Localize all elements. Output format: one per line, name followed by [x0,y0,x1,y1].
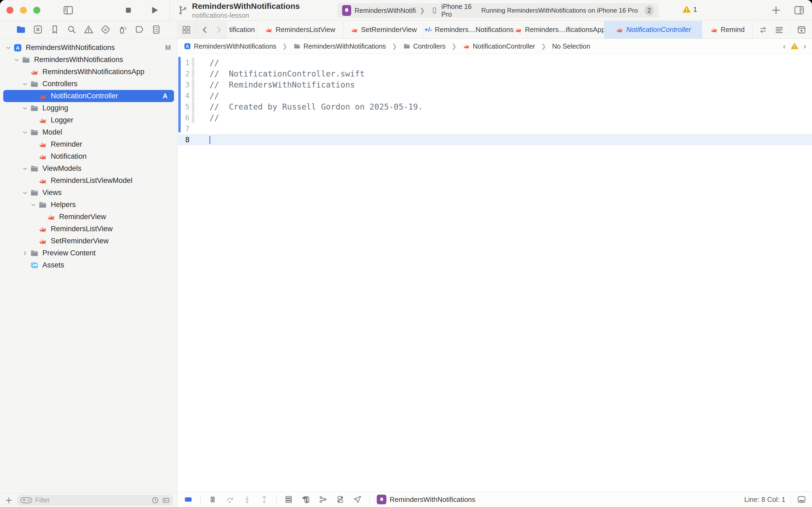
tree-item-assets[interactable]: Assets [0,259,177,271]
hide-debug-area-button[interactable] [183,494,193,505]
scheme-selector[interactable]: RemindersWithNotificati [354,7,416,14]
tree-item-reminderswithnotifications[interactable]: ARemindersWithNotificationsM [0,42,177,54]
environment-overrides-button[interactable] [335,494,345,505]
simulate-location-button[interactable] [352,494,362,505]
pause-execution-button[interactable] [208,494,218,505]
plus-icon [770,4,782,16]
breadcrumb-label: RemindersWithNotifications [303,43,386,50]
iphone-icon [431,6,438,15]
view-debugger-button[interactable] [284,494,294,505]
tree-item-setreminderview[interactable]: SetReminderView [0,235,177,247]
bottom-panel-toggle-icon[interactable] [797,494,807,505]
go-forward-icon[interactable] [214,25,224,35]
source-control-filter-icon[interactable] [162,496,170,504]
tab-notificationcontroller[interactable]: NotificationController [604,21,702,39]
disclosure-open-icon[interactable] [13,57,21,63]
disclosure-open-icon[interactable] [29,202,37,208]
toggle-left-sidebar-button[interactable] [61,3,76,18]
close-button[interactable] [6,7,13,14]
tree-item-label: Logger [51,116,73,124]
tree-item-controllers[interactable]: Controllers [0,78,177,90]
tab-reminders-notifications[interactable]: +/-Reminders…Notifications [424,21,514,39]
warning-count-chip[interactable]: 1 [682,5,697,14]
minimize-button[interactable] [20,7,27,14]
activity-count-badge[interactable]: 2 [645,5,653,15]
tree-item-notificationcontroller[interactable]: NotificationControllerA [3,90,174,102]
code-review-icon[interactable] [758,25,768,35]
tab-tification[interactable]: tification [227,21,257,39]
tree-item-viewmodels[interactable]: ViewModels [0,163,177,175]
toggle-right-sidebar-button[interactable] [792,3,807,18]
swift-icon [37,176,48,185]
disclosure-open-icon[interactable] [21,81,29,87]
tree-item-label: Logging [43,104,68,112]
filter-input[interactable] [35,496,149,504]
breadcrumb-item-no-selection[interactable]: No Selection [552,43,590,50]
breadcrumb-item-reminderswithnotifications[interactable]: ARemindersWithNotifications [184,43,276,50]
tree-item-reminderslistview[interactable]: RemindersListView [0,223,177,235]
disclosure-open-icon[interactable] [21,165,29,172]
related-items-icon[interactable] [181,25,191,35]
stop-button[interactable] [121,3,136,18]
tree-item-model[interactable]: Model [0,126,177,138]
tests-navigator-icon[interactable] [99,23,112,36]
tree-item-reminderswithnotificationsapp[interactable]: RemindersWithNotificationsApp [0,66,177,78]
bookmarks-navigator-icon[interactable] [48,23,61,36]
step-over-button[interactable] [225,494,235,505]
project-navigator-icon[interactable] [14,23,27,36]
debug-navigator-icon[interactable] [116,23,129,36]
disclosure-open-icon[interactable] [4,45,12,51]
running-process[interactable]: RemindersWithNotifications [377,495,475,504]
tree-item-logging[interactable]: Logging [0,102,177,114]
run-button[interactable] [147,3,162,18]
run-destination-selector[interactable]: iPhone 16 Pro [442,3,478,18]
object-graph-button[interactable] [318,494,328,505]
tab-remind[interactable]: Remind [702,21,753,39]
add-file-icon[interactable] [4,496,13,505]
tree-item-reminderview[interactable]: ReminderView [0,211,177,223]
recents-clock-icon[interactable] [151,496,159,504]
previous-issue-icon[interactable]: ‹ [783,42,786,51]
warning-count: 1 [693,6,697,13]
issues-navigator-icon[interactable] [82,23,95,36]
next-issue-icon[interactable]: › [803,42,806,51]
new-tab-button[interactable] [768,3,784,18]
breadcrumb-item-notificationcontroller[interactable]: NotificationController [463,43,535,50]
tab-setreminderview[interactable]: SetReminderView [343,21,424,39]
breadcrumb-item-reminderswithnotifications[interactable]: RemindersWithNotifications [293,43,386,50]
tree-item-logger[interactable]: Logger [0,114,177,126]
step-into-button[interactable] [242,494,252,505]
memory-graph-button[interactable] [301,494,311,505]
editor-options-icon[interactable] [774,25,785,35]
tree-item-views[interactable]: Views [0,187,177,199]
find-navigator-icon[interactable] [65,23,78,36]
stop-icon [122,4,134,16]
breadcrumb-item-controllers[interactable]: Controllers [403,43,446,50]
tree-item-reminderswithnotifications[interactable]: RemindersWithNotifications [0,54,177,66]
folder-icon [29,248,40,258]
source-control-navigator-icon[interactable] [32,23,44,36]
tree-item-reminder[interactable]: Reminder [0,138,177,150]
location-icon [352,494,362,505]
tree-item-preview-content[interactable]: Preview Content [0,247,177,259]
disclosure-open-icon[interactable] [21,105,29,111]
tree-item-reminderslistviewmodel[interactable]: RemindersListViewModel [0,175,177,187]
reports-navigator-icon[interactable] [150,23,163,36]
zoom-button[interactable] [33,7,40,14]
swift-icon [463,43,470,50]
disclosure-closed-icon[interactable] [21,250,29,257]
issue-warning-icon[interactable] [791,42,799,50]
tree-item-helpers[interactable]: Helpers [0,199,177,211]
tree-item-notification[interactable]: Notification [0,150,177,163]
go-back-icon[interactable] [200,25,210,35]
disclosure-open-icon[interactable] [21,129,29,135]
add-editor-icon[interactable] [797,25,807,35]
disclosure-open-icon[interactable] [21,189,29,196]
breakpoints-navigator-icon[interactable] [133,23,146,36]
tab-reminders-ificationsapp[interactable]: Reminders…ificationsApp [514,21,604,39]
source-editor[interactable]: 1//2// NotificationController.swift3// R… [178,54,812,492]
tab-reminderslistview[interactable]: RemindersListView [257,21,343,39]
filter-field[interactable] [17,495,173,505]
step-out-button[interactable] [259,494,269,505]
breadcrumb-separator: ❯ [541,43,546,50]
